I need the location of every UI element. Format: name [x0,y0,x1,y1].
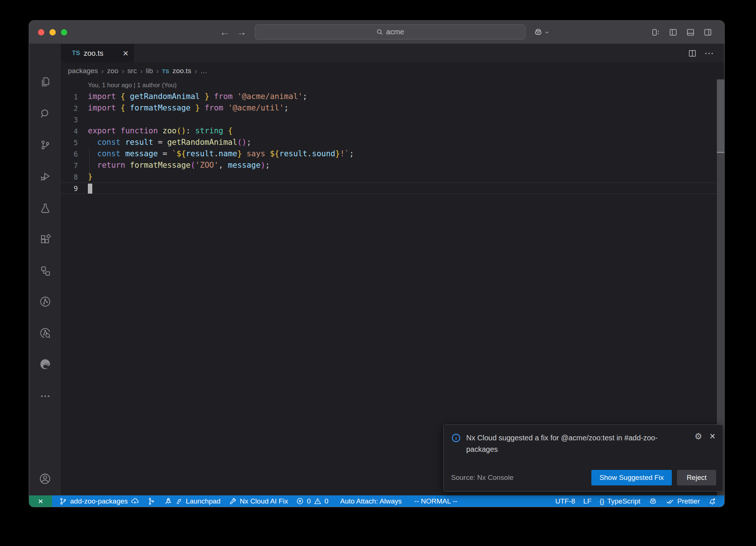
prettier-status-item[interactable]: Prettier [662,495,704,507]
more-actions-icon[interactable]: ⋯ [704,48,715,59]
back-arrow-icon[interactable]: ← [220,21,230,44]
branch-status-item[interactable]: add-zoo-packages [55,495,143,507]
close-window-button[interactable] [38,29,44,35]
code-line[interactable]: 2import { formatMessage } from '@acme/ut… [61,102,724,114]
forward-arrow-icon[interactable]: → [237,21,247,44]
cloud-upload-icon [131,497,139,505]
code-text: return formatMessage('ZOO', message); [88,160,270,171]
notifications-bell-item[interactable] [704,495,721,507]
nx-graph-icon[interactable] [29,296,61,308]
code-line[interactable]: 3 [61,114,724,125]
edge-icon[interactable] [29,358,61,370]
encoding-item[interactable]: UTF-8 [551,495,579,507]
scrollbar-thumb[interactable] [717,79,724,153]
launchpad-status-item[interactable]: Launchpad [159,495,224,507]
search-value: acme [386,28,404,36]
line-number: 5 [61,139,78,147]
workflow-status-item[interactable] [143,495,159,507]
encoding-label: UTF-8 [555,497,575,505]
maximize-window-button[interactable] [61,29,67,35]
launchpad-label: Launchpad [186,497,220,505]
typescript-file-icon: TS [72,50,80,57]
testing-icon[interactable] [29,202,61,214]
extensions-icon[interactable] [29,233,61,245]
copilot-menu[interactable] [533,21,549,44]
indent-guide [89,148,90,182]
activity-bar: ⚙ [29,44,61,495]
breadcrumb-item[interactable]: zoo [107,67,118,75]
close-icon[interactable]: × [709,433,715,441]
copilot-icon [533,27,543,37]
code-line[interactable]: 5 const result = getRandomAnimal(); [61,137,724,148]
run-debug-icon[interactable] [29,171,61,182]
toggle-sidebar-icon[interactable] [669,28,678,37]
source-control-icon[interactable] [29,139,61,151]
account-icon[interactable] [29,472,61,485]
screen: ← → acme [0,0,756,546]
tab-zoo-ts[interactable]: TS zoo.ts × [61,44,135,62]
show-suggested-fix-button[interactable]: Show Suggested Fix [591,470,672,485]
code-text: import { formatMessage } from '@acme/uti… [88,102,289,114]
notification-toast: Nx Cloud suggested a fix for @acme/zoo:t… [443,424,723,492]
git-branch-icon [59,497,67,505]
breadcrumb-file[interactable]: zoo.ts [172,67,191,75]
line-number: 7 [61,161,78,170]
tab-label: zoo.ts [84,49,103,58]
window-controls [38,21,67,44]
copilot-status-item[interactable] [645,495,662,507]
wrench-icon [228,497,237,505]
search-icon[interactable] [29,108,61,119]
reject-button[interactable]: Reject [677,470,716,485]
double-check-icon [666,497,674,506]
breadcrumb-item[interactable]: lib [146,67,153,75]
more-views-icon[interactable] [29,390,61,402]
close-icon[interactable]: × [123,48,128,58]
auto-attach-label: Auto Attach: Always [340,497,402,505]
code-line[interactable]: 4export function zoo(): string { [61,125,724,137]
code-text: export function zoo(): string { [88,125,233,137]
code-text: const message = `${result.name} says ${r… [88,148,354,160]
search-icon [376,28,383,35]
plug-icon [175,497,183,505]
line-number: 9 [61,184,78,192]
code-line[interactable]: 6 const message = `${result.name} says $… [61,148,724,160]
files-icon[interactable] [29,76,61,88]
line-number: 4 [61,127,78,135]
auto-attach-item[interactable]: Auto Attach: Always [336,495,406,507]
vim-mode-label: -- NORMAL -- [414,497,457,505]
chevron-right-icon: › [122,67,124,75]
gear-icon[interactable]: ⚙ [695,432,702,441]
breadcrumb-item[interactable]: packages [68,67,98,75]
line-number: 8 [61,173,78,181]
linked-boxes-icon[interactable] [29,265,61,277]
prettier-label: Prettier [677,497,700,505]
nx-graph-search-icon[interactable] [29,327,61,339]
status-bar: add-zoo-packages Launchpad Nx Cloud AI F… [29,495,724,507]
breadcrumb-item[interactable]: src [127,67,137,75]
chevron-right-icon: › [140,67,143,75]
toggle-panel-icon[interactable] [686,28,695,37]
customize-layout-icon[interactable] [651,28,660,37]
code-line[interactable]: 8} [61,171,724,182]
language-mode-item[interactable]: {} TypeScript [595,495,644,507]
eol-item[interactable]: LF [579,495,595,507]
toggle-secondary-sidebar-icon[interactable] [703,28,712,37]
nx-cloud-ai-fix-item[interactable]: Nx Cloud AI Fix [224,495,292,507]
text-cursor [88,184,92,194]
breadcrumb-more[interactable]: … [200,67,207,75]
bell-icon [708,497,717,505]
remote-indicator[interactable] [29,495,52,507]
split-editor-icon[interactable] [688,49,697,58]
line-number: 2 [61,104,78,112]
problems-status-item[interactable]: 0 0 [292,495,332,507]
code-lines: 1import { getRandomAnimal } from '@acme/… [61,91,724,194]
code-line[interactable]: 9 [61,182,724,194]
vim-mode-item[interactable]: -- NORMAL -- [410,495,461,507]
minimize-window-button[interactable] [49,29,56,35]
blame-annotation[interactable]: You, 1 hour ago | 1 author (You) [61,79,724,91]
notification-source: Source: Nx Console [451,474,513,482]
breadcrumb: packages› zoo› src› lib› TS zoo.ts› … [61,62,724,79]
code-line[interactable]: 1import { getRandomAnimal } from '@acme/… [61,91,724,102]
code-line[interactable]: 7 return formatMessage('ZOO', message); [61,160,724,171]
command-center-search[interactable]: acme [255,24,526,40]
